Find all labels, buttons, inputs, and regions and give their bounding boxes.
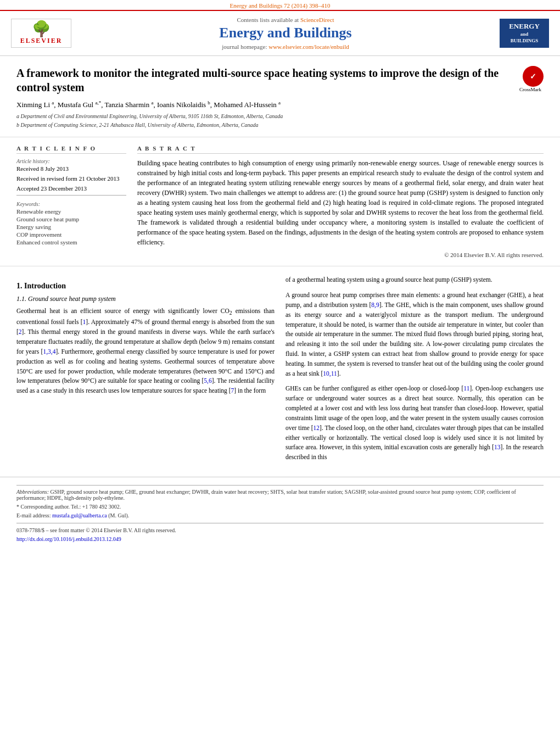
email-person: (M. Gul). — [108, 512, 129, 518]
homepage-text: journal homepage: — [222, 43, 267, 50]
keyword-4: COP improvement — [16, 231, 126, 238]
main-content: 1. Introduction 1.1. Ground source heat … — [0, 266, 560, 471]
journal-citation: Energy and Buildings 72 (2014) 398–410 — [230, 2, 331, 9]
homepage-line: journal homepage: www.elsevier.com/locat… — [77, 43, 494, 50]
abstract-header: A B S T R A C T — [137, 145, 544, 154]
issn-line: 0378-7788/$ – see front matter © 2014 El… — [16, 527, 544, 534]
keyword-3: Energy saving — [16, 224, 126, 230]
energy-logo-line2: and — [503, 31, 546, 38]
elsevier-text: ELSEVIER — [14, 37, 69, 45]
contents-text: Contents lists available at — [237, 16, 299, 23]
intro-section-title: 1. Introduction — [16, 282, 275, 291]
energy-logo-line1: ENERGY — [503, 22, 546, 31]
article-info-col: A R T I C L E I N F O Article history: R… — [16, 145, 126, 258]
corresponding-author: * Corresponding author. Tel.: +1 780 492… — [16, 503, 544, 511]
journal-top-bar: Energy and Buildings 72 (2014) 398–410 — [0, 0, 560, 10]
revised-date: Received in revised form 21 October 2013 — [16, 175, 126, 182]
contents-line: Contents lists available at ScienceDirec… — [77, 16, 494, 23]
accepted-date: Accepted 23 December 2013 — [16, 185, 126, 192]
received-date: Received 8 July 2013 — [16, 165, 126, 172]
corresponding-label: * Corresponding author. Tel.: +1 780 492… — [16, 504, 121, 510]
energy-logo-line3: BUILDINGS — [503, 38, 546, 44]
doi-line: http://dx.doi.org/10.1016/j.enbuild.2013… — [16, 535, 544, 543]
abbrev-label: Abbreviations: — [16, 489, 49, 495]
subsection-title-text: Ground source heat pump system — [28, 295, 116, 303]
authors-line: Xinming Li a, Mustafa Gul a,*, Tanzia Sh… — [16, 100, 511, 109]
keyword-1: Renewable energy — [16, 208, 126, 215]
abbreviations: Abbreviations: GSHP, ground source heat … — [16, 489, 544, 501]
intro-paragraph-1-cont: of a geothermal heating system using a g… — [285, 275, 544, 285]
article-title-area: A framework to monitor the integrated mu… — [0, 56, 560, 137]
keyword-5: Enhanced control system — [16, 239, 126, 246]
keywords-section: Keywords: Renewable energy Ground source… — [16, 201, 126, 246]
energy-buildings-logo: ENERGY and BUILDINGS — [500, 19, 549, 47]
keyword-2: Ground source heat pump — [16, 216, 126, 222]
email-link[interactable]: mustafa.gul@ualberta.ca — [52, 512, 107, 518]
doi-link[interactable]: http://dx.doi.org/10.1016/j.enbuild.2013… — [16, 536, 121, 542]
header-center: Contents lists available at ScienceDirec… — [77, 16, 494, 50]
authors: Xinming Li a, Mustafa Gul a,*, Tanzia Sh… — [16, 101, 281, 109]
intro-paragraph-2: A ground source heat pump comprises thre… — [285, 291, 544, 378]
intro-title: Introduction — [24, 282, 66, 290]
copyright-line: © 2014 Elsevier B.V. All rights reserved… — [137, 252, 544, 258]
subsection-number: 1.1. — [16, 295, 26, 303]
abstract-col: A B S T R A C T Building space heating c… — [137, 145, 544, 258]
intro-paragraph-3: GHEs can be further configured as either… — [285, 384, 544, 462]
sciencedirect-link[interactable]: ScienceDirect — [300, 16, 334, 23]
homepage-link[interactable]: www.elsevier.com/locate/enbuild — [268, 43, 349, 50]
journal-header: 🌳 ELSEVIER Contents lists available at S… — [0, 10, 560, 56]
abstract-text: Building space heating contributes to hi… — [137, 158, 544, 247]
subsection-title: 1.1. Ground source heat pump system — [16, 295, 275, 303]
article-info-abstract-section: A R T I C L E I N F O Article history: R… — [0, 137, 560, 266]
main-left-col: 1. Introduction 1.1. Ground source heat … — [16, 275, 275, 462]
article-title: A framework to monitor the integrated mu… — [16, 66, 511, 94]
elsevier-logo: 🌳 ELSEVIER — [11, 19, 71, 48]
abbrev-text: GSHP, ground source heat pump; GHE, grou… — [16, 489, 516, 501]
journal-title: Energy and Buildings — [77, 25, 494, 41]
tree-icon: 🌳 — [14, 21, 69, 37]
email-label: E-mail address: — [16, 512, 51, 518]
intro-paragraph-1: Geothermal heat is an efficient source o… — [16, 306, 275, 396]
history-label: Article history: — [16, 158, 126, 164]
main-right-col: of a geothermal heating system using a g… — [285, 275, 544, 462]
article-info-header: A R T I C L E I N F O — [16, 145, 126, 154]
keywords-label: Keywords: — [16, 201, 126, 207]
intro-number: 1. — [16, 282, 23, 290]
affiliation-b: b Department of Computing Science, 2-21 … — [16, 121, 511, 129]
email-line: E-mail address: mustafa.gul@ualberta.ca … — [16, 512, 544, 520]
crossmark-badge: ✓ — [523, 66, 544, 87]
affiliation-a: a Department of Civil and Environmental … — [16, 113, 511, 120]
crossmark-symbol: ✓ — [530, 72, 536, 81]
footer-area: Abbreviations: GSHP, ground source heat … — [0, 477, 560, 549]
